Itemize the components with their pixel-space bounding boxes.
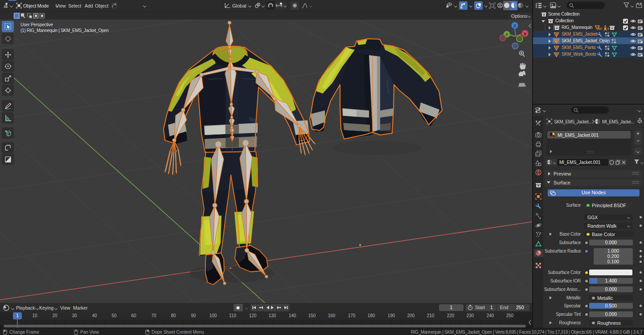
svg-text:X: X (524, 32, 526, 36)
svg-text:Z: Z (513, 24, 516, 28)
svg-text:Y: Y (505, 33, 508, 37)
